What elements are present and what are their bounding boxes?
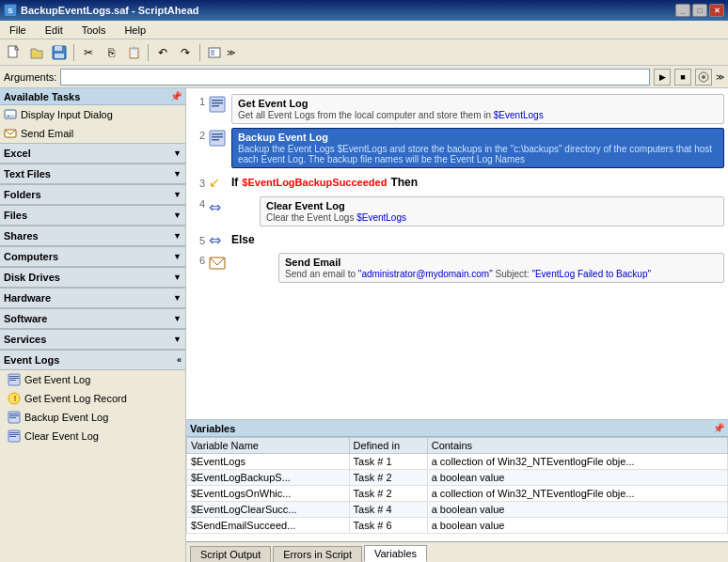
task-desc-1: Get all Event Logs from the local comput… bbox=[238, 110, 718, 120]
col-header-defined: Defined in bbox=[349, 438, 427, 454]
category-hardware[interactable]: Hardware ▼ bbox=[0, 288, 185, 308]
save-button[interactable] bbox=[49, 42, 70, 63]
pin-icon[interactable]: 📌 bbox=[170, 91, 182, 101]
svg-rect-27 bbox=[210, 97, 225, 112]
task-send-email-label: Send Email bbox=[21, 128, 73, 139]
task-desc-6: Send an email to "administrator@mydomain… bbox=[285, 269, 718, 279]
col-header-contains: Contains bbox=[427, 438, 727, 454]
event-logs-chevron: « bbox=[177, 355, 182, 365]
app-icon: S bbox=[4, 4, 17, 17]
svg-rect-31 bbox=[210, 131, 225, 146]
row-content-4: Clear Event Log Clear the Event Logs $Ev… bbox=[260, 196, 724, 226]
task-get-event-log-record-label: Get Event Log Record bbox=[24, 393, 127, 404]
svg-rect-28 bbox=[212, 100, 223, 101]
table-row: $EventLogs Task # 1 a collection of Win3… bbox=[187, 454, 728, 470]
category-software[interactable]: Software ▼ bbox=[0, 308, 185, 329]
menu-edit[interactable]: Edit bbox=[40, 23, 69, 38]
task-get-event-log-record[interactable]: ! Get Event Log Record bbox=[0, 389, 185, 408]
task-box-6[interactable]: Send Email Send an email to "administrat… bbox=[278, 253, 724, 283]
task-send-email[interactable]: Send Email bbox=[0, 124, 185, 143]
cut-button[interactable]: ✂ bbox=[78, 42, 99, 63]
paste-button[interactable]: 📋 bbox=[123, 42, 144, 63]
task-backup-event-log[interactable]: Backup Event Log bbox=[0, 408, 185, 427]
tab-variables[interactable]: Variables bbox=[364, 545, 427, 562]
task-get-event-log-label: Get Event Log bbox=[24, 374, 90, 385]
task-display-input-dialog[interactable]: Display Input Dialog bbox=[0, 105, 185, 124]
category-services[interactable]: Services ▼ bbox=[0, 329, 185, 350]
category-files[interactable]: Files ▼ bbox=[0, 205, 185, 226]
maximize-button[interactable]: □ bbox=[692, 4, 707, 17]
row-icon-1 bbox=[209, 94, 228, 113]
email-address-link[interactable]: "administrator@mydomain.com" bbox=[358, 269, 493, 279]
category-shares[interactable]: Shares ▼ bbox=[0, 226, 185, 246]
text-files-chevron: ▼ bbox=[173, 169, 182, 179]
available-tasks-label: Available Tasks bbox=[4, 91, 80, 102]
var-defined: Task # 1 bbox=[349, 454, 427, 470]
category-folders[interactable]: Folders ▼ bbox=[0, 184, 185, 205]
main-area: Available Tasks 📌 Display Input Dialog S… bbox=[0, 88, 728, 562]
window-title: BackupEventLogs.saf - ScriptAhead bbox=[21, 5, 199, 16]
services-chevron: ▼ bbox=[173, 335, 182, 344]
category-text-files[interactable]: Text Files ▼ bbox=[0, 164, 185, 184]
new-button[interactable] bbox=[4, 42, 24, 63]
args-play-button[interactable]: ▶ bbox=[654, 69, 671, 86]
menu-help[interactable]: Help bbox=[119, 23, 151, 38]
task-desc-2: Backup the Event Logs $EventLogs and sto… bbox=[238, 144, 718, 164]
disk-drives-chevron: ▼ bbox=[173, 273, 182, 282]
task-clear-event-log[interactable]: Clear Event Log bbox=[0, 427, 185, 445]
toolbar-separator-2 bbox=[148, 44, 149, 61]
row-content-2: Backup Event Log Backup the Event Logs $… bbox=[231, 128, 724, 168]
var-pin-icon[interactable]: 📌 bbox=[713, 423, 724, 433]
line-num-5: 5 bbox=[190, 233, 205, 246]
task-title-2: Backup Event Log bbox=[238, 132, 718, 143]
menu-file[interactable]: File bbox=[4, 23, 32, 38]
var-defined: Task # 2 bbox=[349, 486, 427, 502]
category-computers-label: Computers bbox=[4, 251, 58, 262]
var-eventlogs-4[interactable]: $EventLogs bbox=[356, 212, 406, 223]
toolbar-extra[interactable] bbox=[204, 42, 225, 63]
task-backup-event-log-label: Backup Event Log bbox=[24, 412, 108, 423]
line-num-3: 3 bbox=[190, 176, 205, 189]
undo-button[interactable]: ↶ bbox=[152, 42, 173, 63]
task-title-4: Clear Event Log bbox=[266, 200, 718, 211]
svg-rect-26 bbox=[9, 436, 16, 437]
script-row-2: 2 Backup Event Log Backup the Event Logs… bbox=[190, 126, 724, 170]
row-icon-5: ⇔ bbox=[209, 231, 228, 249]
task-get-event-log[interactable]: Get Event Log bbox=[0, 370, 185, 389]
tab-script-output[interactable]: Script Output bbox=[190, 546, 271, 562]
svg-rect-6 bbox=[211, 50, 214, 55]
copy-button[interactable]: ⎘ bbox=[101, 42, 121, 63]
shares-chevron: ▼ bbox=[173, 231, 182, 241]
software-chevron: ▼ bbox=[173, 314, 182, 323]
script-area[interactable]: 1 Get Event Log Get all Event Logs from … bbox=[186, 88, 728, 419]
row-content-6: Send Email Send an email to "administrat… bbox=[278, 253, 724, 283]
if-keyword: If bbox=[231, 176, 238, 189]
menu-tools[interactable]: Tools bbox=[76, 23, 112, 38]
args-stop-button[interactable]: ■ bbox=[674, 69, 691, 86]
open-button[interactable] bbox=[26, 42, 47, 63]
redo-button[interactable]: ↷ bbox=[175, 42, 196, 63]
task-clear-event-log-label: Clear Event Log bbox=[24, 430, 99, 442]
email-subject-link[interactable]: "EventLog Failed to Backup" bbox=[531, 269, 651, 279]
var-defined: Task # 4 bbox=[349, 502, 427, 518]
svg-rect-20 bbox=[9, 414, 19, 414]
close-button[interactable]: ✕ bbox=[709, 4, 724, 17]
category-computers[interactable]: Computers ▼ bbox=[0, 246, 185, 267]
row-icon-6 bbox=[209, 253, 228, 272]
var-eventlogs-1[interactable]: $EventLogs bbox=[494, 110, 544, 120]
category-excel-label: Excel bbox=[4, 148, 31, 159]
minimize-button[interactable]: _ bbox=[675, 4, 690, 17]
category-disk-drives[interactable]: Disk Drives ▼ bbox=[0, 267, 185, 288]
category-excel[interactable]: Excel ▼ bbox=[0, 143, 185, 164]
tasks-list: Display Input Dialog Send Email Excel ▼ … bbox=[0, 105, 185, 562]
task-desc-4: Clear the Event Logs $EventLogs bbox=[266, 212, 718, 223]
task-box-2[interactable]: Backup Event Log Backup the Event Logs $… bbox=[231, 128, 724, 168]
args-input[interactable] bbox=[60, 69, 650, 86]
var-name: $EventLogs bbox=[187, 454, 350, 470]
category-event-logs[interactable]: Event Logs « bbox=[0, 350, 185, 370]
task-box-1[interactable]: Get Event Log Get all Event Logs from th… bbox=[231, 94, 724, 124]
task-box-4[interactable]: Clear Event Log Clear the Event Logs $Ev… bbox=[260, 196, 724, 226]
tab-errors-in-script[interactable]: Errors in Script bbox=[273, 546, 362, 562]
args-settings-button[interactable] bbox=[695, 69, 712, 86]
hardware-chevron: ▼ bbox=[173, 293, 182, 303]
